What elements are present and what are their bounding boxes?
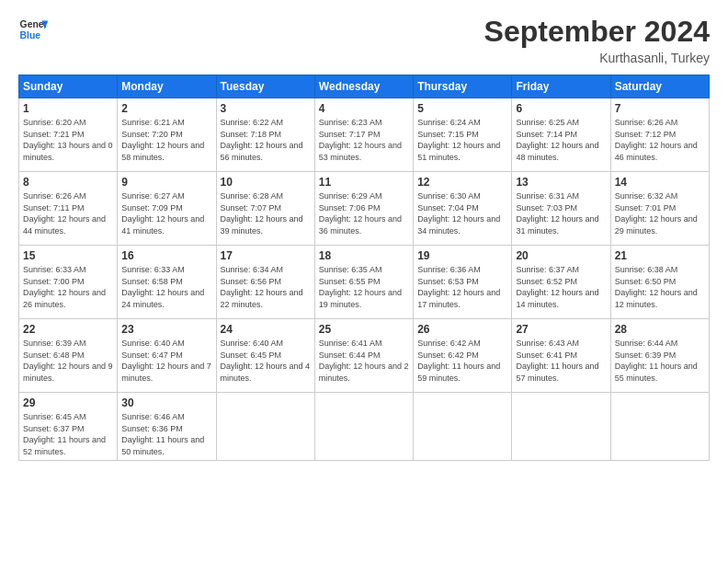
day-number: 21 <box>615 249 705 262</box>
table-row: 18 Sunrise: 6:35 AM Sunset: 6:55 PM Dayl… <box>314 246 413 319</box>
table-row <box>414 393 512 461</box>
cell-info: Sunrise: 6:39 AM Sunset: 6:48 PM Dayligh… <box>23 338 113 384</box>
cell-info: Sunrise: 6:32 AM Sunset: 7:01 PM Dayligh… <box>615 190 705 236</box>
cell-info: Sunrise: 6:37 AM Sunset: 6:52 PM Dayligh… <box>516 264 606 310</box>
day-number: 22 <box>23 323 113 336</box>
table-row: 3 Sunrise: 6:22 AM Sunset: 7:18 PM Dayli… <box>216 98 314 172</box>
table-row <box>512 393 610 461</box>
page: General Blue September 2024 Kurthasanli,… <box>0 0 728 563</box>
day-number: 11 <box>319 176 409 189</box>
day-number: 28 <box>615 323 705 336</box>
cell-info: Sunrise: 6:34 AM Sunset: 6:56 PM Dayligh… <box>221 264 311 310</box>
month-title: September 2024 <box>484 15 710 49</box>
table-row: 15 Sunrise: 6:33 AM Sunset: 7:00 PM Dayl… <box>19 246 118 319</box>
table-row: 2 Sunrise: 6:21 AM Sunset: 7:20 PM Dayli… <box>118 98 216 172</box>
cell-info: Sunrise: 6:40 AM Sunset: 6:45 PM Dayligh… <box>221 338 311 384</box>
calendar-week-2: 8 Sunrise: 6:26 AM Sunset: 7:11 PM Dayli… <box>19 172 710 246</box>
day-number: 24 <box>221 323 311 336</box>
table-row: 19 Sunrise: 6:36 AM Sunset: 6:53 PM Dayl… <box>414 246 512 319</box>
table-row: 29 Sunrise: 6:45 AM Sunset: 6:37 PM Dayl… <box>19 393 118 461</box>
cell-info: Sunrise: 6:36 AM Sunset: 6:53 PM Dayligh… <box>417 264 507 310</box>
day-number: 10 <box>221 176 311 189</box>
cell-info: Sunrise: 6:20 AM Sunset: 7:21 PM Dayligh… <box>23 117 113 163</box>
table-row <box>610 393 709 461</box>
day-number: 14 <box>615 176 705 189</box>
day-number: 23 <box>121 323 211 336</box>
col-thursday: Thursday <box>414 75 512 98</box>
cell-info: Sunrise: 6:35 AM Sunset: 6:55 PM Dayligh… <box>319 264 409 310</box>
day-number: 18 <box>319 249 409 262</box>
table-row: 20 Sunrise: 6:37 AM Sunset: 6:52 PM Dayl… <box>512 246 610 319</box>
table-row: 9 Sunrise: 6:27 AM Sunset: 7:09 PM Dayli… <box>118 172 216 246</box>
cell-info: Sunrise: 6:41 AM Sunset: 6:44 PM Dayligh… <box>319 338 409 384</box>
day-number: 15 <box>23 249 113 262</box>
day-number: 12 <box>417 176 507 189</box>
cell-info: Sunrise: 6:24 AM Sunset: 7:15 PM Dayligh… <box>417 117 507 163</box>
calendar-table: Sunday Monday Tuesday Wednesday Thursday… <box>18 75 710 461</box>
day-number: 16 <box>121 249 211 262</box>
col-sunday: Sunday <box>19 75 118 98</box>
day-number: 26 <box>417 323 507 336</box>
day-number: 30 <box>121 396 211 409</box>
cell-info: Sunrise: 6:40 AM Sunset: 6:47 PM Dayligh… <box>121 338 211 384</box>
location: Kurthasanli, Turkey <box>484 51 710 65</box>
table-row: 24 Sunrise: 6:40 AM Sunset: 6:45 PM Dayl… <box>216 319 314 393</box>
col-saturday: Saturday <box>610 75 709 98</box>
table-row: 7 Sunrise: 6:26 AM Sunset: 7:12 PM Dayli… <box>610 98 709 172</box>
day-number: 20 <box>516 249 606 262</box>
table-row: 26 Sunrise: 6:42 AM Sunset: 6:42 PM Dayl… <box>414 319 512 393</box>
logo-icon: General Blue <box>18 15 48 44</box>
cell-info: Sunrise: 6:27 AM Sunset: 7:09 PM Dayligh… <box>121 190 211 236</box>
table-row: 23 Sunrise: 6:40 AM Sunset: 6:47 PM Dayl… <box>118 319 216 393</box>
day-number: 13 <box>516 176 606 189</box>
cell-info: Sunrise: 6:46 AM Sunset: 6:36 PM Dayligh… <box>121 411 211 457</box>
calendar-week-5: 29 Sunrise: 6:45 AM Sunset: 6:37 PM Dayl… <box>19 393 710 461</box>
table-row: 4 Sunrise: 6:23 AM Sunset: 7:17 PM Dayli… <box>314 98 413 172</box>
table-row: 21 Sunrise: 6:38 AM Sunset: 6:50 PM Dayl… <box>610 246 709 319</box>
col-friday: Friday <box>512 75 610 98</box>
cell-info: Sunrise: 6:25 AM Sunset: 7:14 PM Dayligh… <box>516 117 606 163</box>
cell-info: Sunrise: 6:33 AM Sunset: 7:00 PM Dayligh… <box>23 264 113 310</box>
title-block: September 2024 Kurthasanli, Turkey <box>484 15 710 65</box>
calendar-week-4: 22 Sunrise: 6:39 AM Sunset: 6:48 PM Dayl… <box>19 319 710 393</box>
cell-info: Sunrise: 6:23 AM Sunset: 7:17 PM Dayligh… <box>319 117 409 163</box>
day-number: 2 <box>121 102 211 115</box>
table-row: 14 Sunrise: 6:32 AM Sunset: 7:01 PM Dayl… <box>610 172 709 246</box>
header: General Blue September 2024 Kurthasanli,… <box>18 15 710 65</box>
day-number: 4 <box>319 102 409 115</box>
cell-info: Sunrise: 6:26 AM Sunset: 7:11 PM Dayligh… <box>23 190 113 236</box>
day-number: 9 <box>121 176 211 189</box>
table-row: 25 Sunrise: 6:41 AM Sunset: 6:44 PM Dayl… <box>314 319 413 393</box>
cell-info: Sunrise: 6:30 AM Sunset: 7:04 PM Dayligh… <box>417 190 507 236</box>
day-number: 8 <box>23 176 113 189</box>
table-row: 17 Sunrise: 6:34 AM Sunset: 6:56 PM Dayl… <box>216 246 314 319</box>
cell-info: Sunrise: 6:42 AM Sunset: 6:42 PM Dayligh… <box>417 338 507 384</box>
cell-info: Sunrise: 6:28 AM Sunset: 7:07 PM Dayligh… <box>221 190 311 236</box>
table-row: 10 Sunrise: 6:28 AM Sunset: 7:07 PM Dayl… <box>216 172 314 246</box>
calendar-week-1: 1 Sunrise: 6:20 AM Sunset: 7:21 PM Dayli… <box>19 98 710 172</box>
day-number: 25 <box>319 323 409 336</box>
table-row: 8 Sunrise: 6:26 AM Sunset: 7:11 PM Dayli… <box>19 172 118 246</box>
day-number: 7 <box>615 102 705 115</box>
cell-info: Sunrise: 6:21 AM Sunset: 7:20 PM Dayligh… <box>121 117 211 163</box>
table-row <box>314 393 413 461</box>
day-number: 1 <box>23 102 113 115</box>
cell-info: Sunrise: 6:22 AM Sunset: 7:18 PM Dayligh… <box>221 117 311 163</box>
day-number: 27 <box>516 323 606 336</box>
day-number: 29 <box>23 396 113 409</box>
header-row: Sunday Monday Tuesday Wednesday Thursday… <box>19 75 710 98</box>
table-row: 6 Sunrise: 6:25 AM Sunset: 7:14 PM Dayli… <box>512 98 610 172</box>
cell-info: Sunrise: 6:26 AM Sunset: 7:12 PM Dayligh… <box>615 117 705 163</box>
col-wednesday: Wednesday <box>314 75 413 98</box>
cell-info: Sunrise: 6:44 AM Sunset: 6:39 PM Dayligh… <box>615 338 705 384</box>
day-number: 6 <box>516 102 606 115</box>
svg-text:Blue: Blue <box>20 30 41 40</box>
col-tuesday: Tuesday <box>216 75 314 98</box>
table-row: 1 Sunrise: 6:20 AM Sunset: 7:21 PM Dayli… <box>19 98 118 172</box>
day-number: 3 <box>221 102 311 115</box>
table-row: 27 Sunrise: 6:43 AM Sunset: 6:41 PM Dayl… <box>512 319 610 393</box>
col-monday: Monday <box>118 75 216 98</box>
table-row: 5 Sunrise: 6:24 AM Sunset: 7:15 PM Dayli… <box>414 98 512 172</box>
table-row: 13 Sunrise: 6:31 AM Sunset: 7:03 PM Dayl… <box>512 172 610 246</box>
cell-info: Sunrise: 6:45 AM Sunset: 6:37 PM Dayligh… <box>23 411 113 457</box>
